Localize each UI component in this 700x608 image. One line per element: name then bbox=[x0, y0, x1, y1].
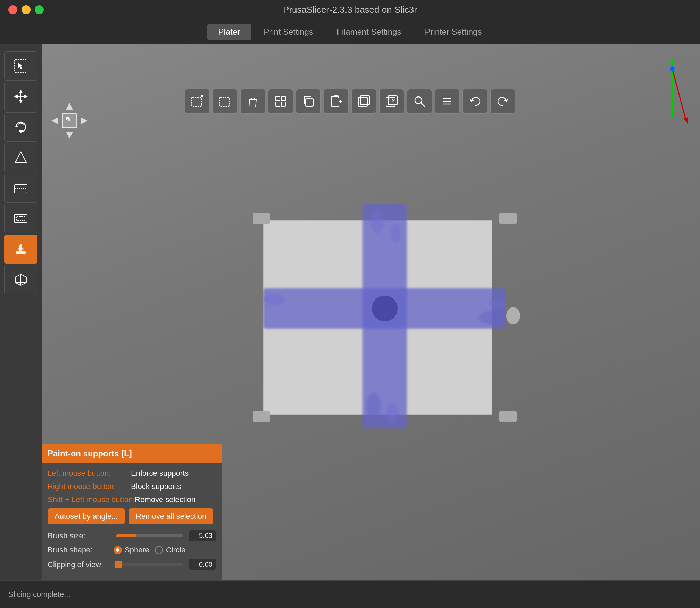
svg-point-41 bbox=[670, 66, 675, 71]
tab-plater[interactable]: Plater bbox=[207, 24, 251, 40]
svg-rect-13 bbox=[281, 96, 285, 101]
left-mouse-row: Left mouse button: Enforce supports bbox=[48, 469, 216, 478]
shift-left-value: Remove selection bbox=[135, 495, 195, 504]
svg-point-48 bbox=[386, 403, 398, 423]
svg-marker-61 bbox=[15, 152, 26, 162]
svg-marker-38 bbox=[670, 58, 674, 64]
sidebar bbox=[0, 44, 42, 580]
svg-marker-34 bbox=[51, 117, 58, 124]
paint-strokes bbox=[263, 203, 506, 429]
tab-printer-settings[interactable]: Printer Settings bbox=[414, 24, 493, 40]
sphere-radio[interactable] bbox=[114, 546, 122, 554]
right-mouse-label: Right mouse button: bbox=[48, 482, 131, 491]
sphere-option[interactable]: Sphere bbox=[114, 546, 149, 555]
tab-print-settings[interactable]: Print Settings bbox=[252, 24, 324, 40]
svg-point-49 bbox=[263, 294, 285, 305]
status-text: Slicing complete... bbox=[8, 590, 70, 599]
clipping-slider-container[interactable]: 0.00 bbox=[114, 559, 216, 570]
brush-shape-label: Brush shape: bbox=[48, 546, 114, 555]
brush-size-row: Brush size: 5.03 bbox=[48, 530, 216, 541]
shift-left-row: Shift + Left mouse button: Remove select… bbox=[48, 495, 216, 504]
paint-panel-content: Left mouse button: Enforce supports Righ… bbox=[42, 463, 222, 580]
remove-instance-button[interactable] bbox=[379, 89, 404, 114]
right-mouse-row: Right mouse button: Block supports bbox=[48, 482, 216, 491]
clipping-value[interactable]: 0.00 bbox=[189, 559, 216, 570]
add-object-button[interactable] bbox=[185, 89, 210, 114]
remove-selected-button[interactable] bbox=[212, 89, 238, 114]
add-instance-button[interactable] bbox=[351, 89, 376, 114]
svg-line-28 bbox=[421, 103, 425, 107]
brush-size-value[interactable]: 5.03 bbox=[189, 530, 216, 541]
shift-left-label: Shift + Left mouse button: bbox=[48, 495, 135, 504]
tabbar: Plater Print Settings Filament Settings … bbox=[0, 19, 700, 44]
scale-tool-button[interactable] bbox=[4, 143, 38, 172]
search-button[interactable] bbox=[407, 89, 432, 114]
hollow-tool-button[interactable] bbox=[4, 204, 38, 233]
copy-button[interactable] bbox=[296, 89, 321, 114]
rotate-tool-button[interactable] bbox=[4, 112, 38, 142]
paint-supports-button[interactable] bbox=[4, 235, 38, 264]
brush-size-fill bbox=[116, 534, 136, 537]
select-tool-button[interactable] bbox=[4, 51, 38, 81]
cut-tool-button[interactable] bbox=[4, 174, 38, 203]
statusbar: Slicing complete... bbox=[0, 580, 700, 608]
brush-shape-row: Brush shape: Sphere Circle bbox=[48, 546, 216, 555]
right-mouse-value: Block supports bbox=[131, 482, 181, 491]
clipping-row: Clipping of view: 0.00 bbox=[48, 559, 216, 570]
svg-rect-6 bbox=[219, 97, 229, 106]
brush-size-track[interactable] bbox=[116, 534, 183, 537]
svg-marker-40 bbox=[683, 117, 688, 124]
minimize-button[interactable] bbox=[22, 5, 31, 14]
model-box bbox=[263, 203, 506, 429]
paint-panel: Paint-on supports [L] Left mouse button:… bbox=[42, 444, 222, 580]
circle-option[interactable]: Circle bbox=[155, 546, 185, 555]
brush-size-slider-container[interactable]: 5.03 bbox=[114, 530, 216, 541]
toolbar bbox=[0, 89, 700, 114]
svg-rect-66 bbox=[16, 251, 26, 254]
traffic-lights bbox=[8, 5, 44, 14]
svg-rect-65 bbox=[17, 217, 25, 221]
svg-rect-14 bbox=[276, 102, 280, 106]
autoset-angle-button[interactable]: Autoset by angle... bbox=[48, 508, 125, 524]
brush-size-label: Brush size: bbox=[48, 531, 114, 540]
svg-marker-35 bbox=[81, 117, 88, 124]
titlebar: PrusaSlicer-2.3.3 based on Slic3r bbox=[0, 0, 700, 19]
svg-point-47 bbox=[366, 393, 381, 419]
remove-all-selection-button[interactable]: Remove all selection bbox=[129, 508, 213, 524]
svg-rect-0 bbox=[192, 97, 201, 106]
close-button[interactable] bbox=[8, 5, 17, 14]
maximize-button[interactable] bbox=[35, 5, 44, 14]
circle-label: Circle bbox=[166, 546, 185, 555]
layers-button[interactable] bbox=[435, 89, 460, 114]
box-tool-button[interactable] bbox=[4, 265, 38, 294]
circle-radio[interactable] bbox=[155, 546, 163, 554]
move-tool-button[interactable] bbox=[4, 82, 38, 111]
clipping-track[interactable] bbox=[114, 563, 183, 566]
delete-all-button[interactable] bbox=[240, 89, 265, 114]
svg-rect-16 bbox=[306, 99, 313, 106]
svg-point-45 bbox=[371, 211, 384, 233]
panel-buttons: Autoset by angle... Remove all selection bbox=[48, 508, 216, 524]
paste-button[interactable] bbox=[324, 89, 349, 114]
redo-button[interactable] bbox=[490, 89, 515, 114]
left-mouse-label: Left mouse button: bbox=[48, 469, 131, 478]
svg-rect-15 bbox=[281, 102, 285, 106]
clipping-label: Clipping of view: bbox=[48, 560, 114, 569]
app-title: PrusaSlicer-2.3.3 based on Slic3r bbox=[283, 5, 417, 15]
undo-button[interactable] bbox=[462, 89, 488, 114]
tab-filament-settings[interactable]: Filament Settings bbox=[326, 24, 412, 40]
clipping-handle[interactable] bbox=[115, 561, 122, 568]
paint-panel-header: Paint-on supports [L] bbox=[42, 444, 222, 463]
nav-widget[interactable] bbox=[49, 100, 90, 142]
svg-rect-12 bbox=[276, 96, 280, 101]
svg-marker-33 bbox=[66, 132, 73, 139]
sphere-label: Sphere bbox=[125, 546, 149, 555]
svg-rect-64 bbox=[15, 214, 27, 223]
left-mouse-value: Enforce supports bbox=[131, 469, 189, 478]
svg-point-46 bbox=[391, 224, 401, 242]
svg-point-44 bbox=[372, 296, 398, 321]
brush-shape-options: Sphere Circle bbox=[114, 546, 185, 555]
arrange-button[interactable] bbox=[268, 89, 293, 114]
svg-point-50 bbox=[478, 311, 504, 324]
svg-marker-32 bbox=[66, 103, 73, 110]
